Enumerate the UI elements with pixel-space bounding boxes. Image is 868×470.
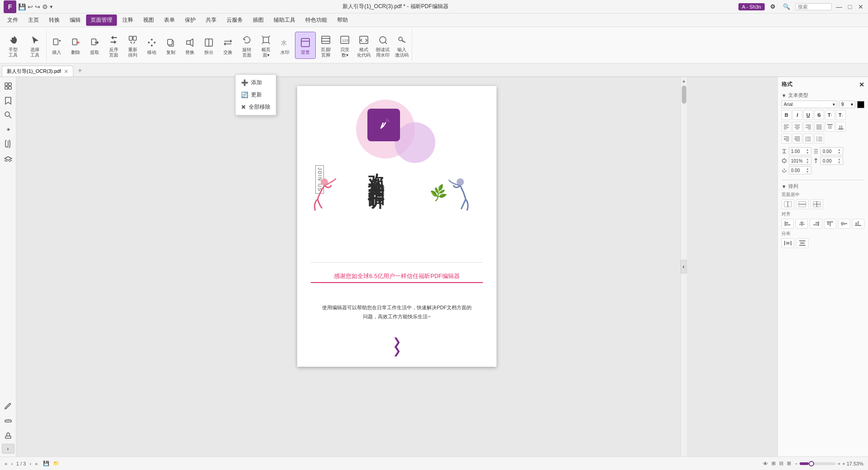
sidebar-bookmark-icon[interactable]	[2, 94, 14, 107]
header-footer-button[interactable]: 页眉/页脚	[317, 32, 335, 59]
sidebar-layers-icon[interactable]	[2, 152, 14, 165]
underline-button[interactable]: U	[803, 110, 813, 120]
reverse-button[interactable]: 反序页面	[105, 32, 123, 59]
menu-protect[interactable]: 保护	[180, 14, 200, 26]
zoom-in-button[interactable]: +	[838, 461, 840, 466]
nav-prev-button[interactable]: ‹	[11, 461, 13, 466]
insert-button[interactable]: 插入	[48, 32, 66, 59]
menu-page-mgmt[interactable]: 页面管理	[86, 14, 117, 26]
view-split-icon[interactable]: ⊞	[787, 460, 791, 466]
dropdown-remove-all-item[interactable]: ✖ 全部移除	[236, 101, 276, 113]
menu-view[interactable]: 视图	[139, 14, 159, 26]
minimize-button[interactable]: —	[835, 3, 843, 10]
superscript-button[interactable]: T↑	[825, 110, 835, 120]
watermark-button[interactable]: 水 水印	[276, 32, 294, 59]
font-name-select[interactable]: Arial ▾	[781, 101, 837, 108]
subscript-button[interactable]: T↓	[836, 110, 846, 120]
menu-help[interactable]: 帮助	[333, 14, 352, 26]
user-account-button[interactable]: A - Sh3n	[738, 3, 765, 10]
grid-view-icon[interactable]: ⊞	[772, 460, 776, 466]
exchange-button[interactable]: 交换	[219, 32, 237, 59]
select-tool-button[interactable]: 选择工具	[24, 32, 45, 59]
bold-button[interactable]: B	[781, 110, 791, 120]
menu-tools[interactable]: 辅助工具	[269, 14, 300, 26]
view-mode-icon[interactable]: ⊟	[779, 460, 783, 466]
layout-collapse-arrow[interactable]: ▼	[781, 184, 786, 189]
align-justify-button[interactable]	[814, 122, 824, 132]
rotation-field[interactable]: 0.00 ▲▼	[789, 166, 811, 174]
scale-field[interactable]: 101% ▲▼	[789, 157, 811, 165]
menu-special[interactable]: 特色功能	[301, 14, 332, 26]
align-right-button[interactable]	[803, 122, 813, 132]
decrease-indent-button[interactable]	[781, 134, 791, 144]
replace-button[interactable]: 替换	[181, 32, 199, 59]
scroll-up-arrow[interactable]: ▲	[680, 77, 688, 85]
sidebar-thumbnail-icon[interactable]	[2, 80, 14, 92]
format-code-button[interactable]: 格式化代码	[355, 32, 373, 59]
bates-button[interactable]: 123 贝茨数▾	[336, 32, 354, 59]
menu-annotate[interactable]: 注释	[118, 14, 138, 26]
hand-tool-button[interactable]: 手型工具	[3, 32, 24, 59]
menu-edit[interactable]: 编辑	[65, 14, 85, 26]
settings-icon[interactable]: ⚙	[770, 3, 776, 10]
align-objects-center-button[interactable]	[796, 219, 808, 229]
center-both-button[interactable]	[810, 199, 823, 209]
menu-plugin[interactable]: 插图	[248, 14, 268, 26]
sidebar-measure-icon[interactable]	[2, 415, 14, 427]
search-icon[interactable]: 🔍	[783, 3, 790, 10]
numbered-list-button[interactable]: 123	[814, 134, 824, 144]
nav-first-button[interactable]: «	[5, 461, 7, 466]
menu-form[interactable]: 表单	[159, 14, 179, 26]
align-objects-middle-button[interactable]	[838, 219, 850, 229]
reorder-button[interactable]: 重新排列	[124, 32, 142, 59]
line-spacing-field[interactable]: 1.00 ▲▼	[789, 147, 811, 155]
customize-icon[interactable]: ⚙	[42, 3, 48, 10]
sidebar-search-icon[interactable]	[2, 109, 14, 121]
char-spacing-field[interactable]: 0.00 ▲▼	[820, 147, 843, 155]
zoom-slider[interactable]	[800, 462, 836, 465]
strikethrough-button[interactable]: S	[814, 110, 824, 120]
nav-last-button[interactable]: »	[35, 461, 38, 466]
panel-close-button[interactable]: ✕	[859, 81, 864, 88]
undo-icon[interactable]: ↩	[28, 3, 33, 10]
copy-button[interactable]: 复制	[162, 32, 180, 59]
sidebar-attachment-icon[interactable]	[2, 138, 14, 150]
save-icon[interactable]: 💾	[18, 3, 26, 10]
sidebar-link-icon[interactable]	[2, 123, 14, 136]
menu-file[interactable]: 文件	[3, 14, 23, 26]
font-color-picker[interactable]	[857, 101, 864, 108]
increase-indent-button[interactable]	[792, 134, 802, 144]
align-objects-top-button[interactable]	[824, 219, 836, 229]
align-top-button[interactable]	[825, 122, 835, 132]
new-tab-button[interactable]: +	[74, 65, 86, 77]
tab-close-button[interactable]: ✕	[64, 68, 68, 75]
activate-button[interactable]: 输入激活码	[393, 32, 411, 59]
menu-share[interactable]: 共享	[201, 14, 221, 26]
maximize-button[interactable]: □	[846, 3, 854, 10]
crop-button[interactable]: 截页面▾	[257, 32, 275, 59]
menu-home[interactable]: 主页	[24, 14, 43, 26]
extract-button[interactable]: 提取	[86, 32, 104, 59]
ocr-button[interactable]: 朗读试用水印	[374, 32, 392, 59]
align-objects-bottom-button[interactable]	[852, 219, 864, 229]
center-v-button[interactable]	[796, 199, 809, 209]
align-objects-right-button[interactable]	[810, 219, 822, 229]
rotate-button[interactable]: 旋转页面	[238, 32, 256, 59]
redo-icon[interactable]: ↪	[35, 3, 40, 10]
sidebar-sign-icon[interactable]	[2, 400, 14, 413]
right-panel-collapse-button[interactable]: ‹	[680, 260, 687, 273]
zoom-out-button[interactable]: −	[795, 461, 797, 466]
center-h-button[interactable]	[781, 199, 794, 209]
section-collapse-arrow[interactable]: ▼	[781, 93, 786, 98]
menu-convert[interactable]: 转换	[44, 14, 64, 26]
eye-view-icon[interactable]: 👁	[763, 461, 768, 466]
close-button[interactable]: ✕	[857, 3, 864, 10]
list-button[interactable]	[803, 134, 813, 144]
scrollbar-thumb[interactable]	[682, 86, 686, 104]
align-center-button[interactable]	[792, 122, 802, 132]
font-size-select[interactable]: 9 ▾	[839, 101, 855, 108]
tab-pdf-file[interactable]: 新人引导(1)_OCR(3).pdf ✕	[2, 66, 73, 77]
background-button[interactable]: 背景	[295, 32, 316, 59]
distribute-h-button[interactable]	[781, 238, 794, 248]
nav-next-button[interactable]: ›	[29, 461, 31, 466]
